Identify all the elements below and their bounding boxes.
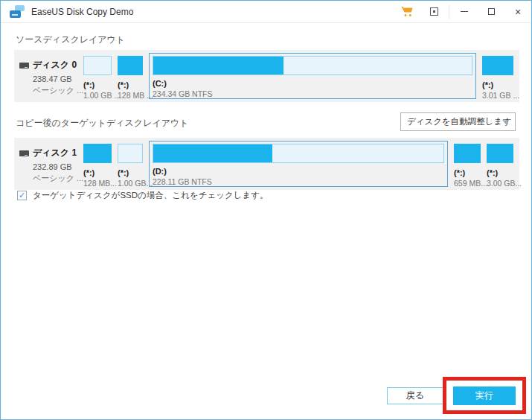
partition-bar [83, 56, 112, 75]
partition-cell[interactable]: (*:) 3.01 GB ... [482, 54, 513, 102]
partition-label: (*:) [487, 168, 513, 177]
buy-cart-button[interactable] [394, 1, 420, 22]
target-disk-row: ディスク 1 232.89 GB ベーシック ... (*:) 128 MB..… [14, 138, 519, 190]
partition-size: 659 MB... [454, 179, 481, 188]
app-logo-icon [10, 5, 25, 18]
back-button[interactable]: 戻る [387, 387, 443, 404]
partition-label: (*:) [83, 80, 112, 89]
partition-bar [482, 56, 513, 75]
partition-label: (*:) [118, 168, 143, 177]
partition-size: 128 MB... [83, 179, 112, 188]
partition-label: (*:) [118, 80, 143, 89]
partition-size: 3.00 GB... [487, 179, 513, 188]
partition-size: 1.00 GB... [118, 179, 143, 188]
close-icon: × [515, 7, 521, 17]
partition-fill [455, 144, 480, 162]
partition-bar [83, 144, 112, 163]
partition-size: 234.34 GB NTFS [153, 89, 472, 98]
ssd-checkbox-label: ターゲットディスクがSSDの場合、これをチェックします。 [33, 190, 269, 201]
partition-fill [118, 57, 142, 74]
partition-fill [487, 144, 513, 162]
minimize-icon [461, 11, 468, 12]
disk-name: ディスク 1 [33, 147, 77, 159]
partition-bar [487, 144, 513, 163]
close-button[interactable]: × [504, 1, 531, 22]
partition-label: (*:) [482, 80, 513, 89]
target-header: コピー後のターゲットディスクレイアウト ディスクを自動調整します [16, 112, 516, 131]
disk-info: ディスク 0 238.47 GB ベーシック ... [19, 54, 83, 102]
partition-bar [153, 56, 472, 75]
partition-size: 3.01 GB ... [482, 91, 513, 100]
titlebar-separator [449, 5, 449, 19]
titlebar: EaseUS Disk Copy Demo × [1, 1, 531, 23]
maximize-icon [488, 8, 495, 15]
ssd-checkbox[interactable]: ✓ [17, 191, 27, 200]
dropdown-value: ディスクを自動調整します [407, 116, 511, 127]
partition-cell[interactable]: (*:) 1.00 GB ... [83, 54, 112, 102]
partition-label: (C:) [153, 79, 472, 88]
source-disk-row: ディスク 0 238.47 GB ベーシック ... (*:) 1.00 GB … [14, 50, 519, 102]
partition-cell[interactable]: (*:) 128 MB... [83, 142, 112, 190]
disk-type: ベーシック ... [33, 173, 83, 184]
app-window: EaseUS Disk Copy Demo × [0, 0, 532, 420]
partition-cell[interactable]: (*:) 128 MB ... [118, 54, 143, 102]
partition-label: (*:) [454, 168, 481, 177]
highlight-annotation: 実行 [443, 377, 526, 414]
partition-size: 1.00 GB ... [83, 91, 112, 100]
feedback-button[interactable] [420, 1, 447, 22]
maximize-button[interactable] [478, 1, 504, 22]
check-icon: ✓ [19, 191, 25, 200]
partition-bar [153, 144, 444, 163]
ssd-option-row: ✓ ターゲットディスクがSSDの場合、これをチェックします。 [17, 190, 269, 201]
partition-fill [483, 57, 513, 74]
window-title: EaseUS Disk Copy Demo [31, 7, 133, 17]
partition-size: 228.11 GB NTFS [153, 177, 444, 186]
execute-button[interactable]: 実行 [453, 386, 516, 405]
partition-cell[interactable]: (*:) 3.00 GB... [487, 142, 513, 190]
disk-info: ディスク 1 232.89 GB ベーシック ... [19, 142, 83, 190]
partition-cell[interactable]: (*:) 659 MB... [454, 142, 481, 190]
disk-type: ベーシック ... [33, 85, 83, 96]
disk-size: 232.89 GB [33, 162, 83, 171]
partition-bar [454, 144, 481, 163]
auto-fit-dropdown[interactable]: ディスクを自動調整します [400, 112, 516, 131]
disk-icon [19, 150, 29, 156]
partition-fill [84, 144, 111, 162]
minimize-button[interactable] [451, 1, 478, 22]
source-layout-label: ソースディスクレイアウト [16, 34, 125, 46]
partition-bar [118, 56, 143, 75]
partition-bar [118, 144, 143, 163]
target-layout-label: コピー後のターゲットディスクレイアウト [16, 117, 189, 130]
partition-cell-selected[interactable]: (C:) 234.34 GB NTFS [149, 53, 476, 99]
partition-label: (D:) [153, 167, 444, 176]
disk-icon [19, 63, 29, 69]
square-dot-icon [430, 7, 438, 16]
partition-fill [153, 57, 283, 74]
disk-name: ディスク 0 [33, 59, 77, 71]
disk-size: 238.47 GB [33, 74, 83, 83]
partition-label: (*:) [83, 168, 112, 177]
partition-size: 128 MB ... [118, 91, 143, 100]
cart-icon [401, 6, 414, 17]
partition-fill [153, 144, 272, 162]
partition-cell[interactable]: (*:) 1.00 GB... [118, 142, 143, 190]
partition-cell-selected[interactable]: (D:) 228.11 GB NTFS [149, 141, 448, 187]
